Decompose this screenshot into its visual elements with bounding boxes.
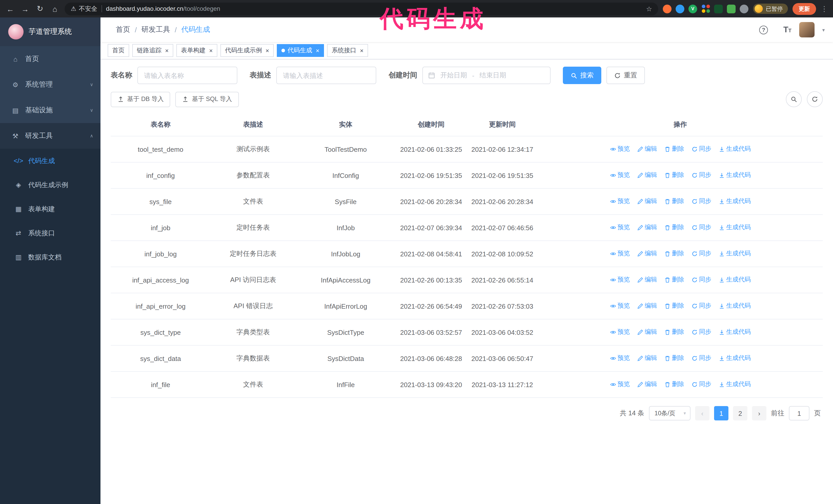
help-icon[interactable]: ? — [759, 25, 768, 34]
row-action-sync[interactable]: 同步 — [691, 197, 711, 206]
row-action-preview[interactable]: 预览 — [610, 223, 630, 232]
tab-tracing[interactable]: 链路追踪× — [132, 44, 173, 57]
prev-page-button[interactable]: ‹ — [695, 406, 710, 421]
toggle-search-button[interactable] — [786, 91, 802, 107]
goto-page-input[interactable] — [789, 406, 809, 421]
extension-icon[interactable] — [701, 4, 710, 13]
row-action-delete[interactable]: 删除 — [664, 197, 684, 206]
security-indicator[interactable]: ⚠ 不安全 — [71, 4, 97, 13]
row-action-delete[interactable]: 删除 — [664, 223, 684, 232]
row-action-sync[interactable]: 同步 — [691, 302, 711, 310]
refresh-button[interactable] — [807, 91, 823, 107]
row-action-edit[interactable]: 编辑 — [637, 328, 657, 337]
browser-menu-icon[interactable]: ⋮ — [821, 5, 828, 13]
sidebar-item-infra[interactable]: ▤基础设施∨ — [0, 97, 100, 123]
row-action-generate[interactable]: 生成代码 — [718, 171, 751, 180]
search-button[interactable]: 搜索 — [563, 67, 601, 84]
row-action-edit[interactable]: 编辑 — [637, 171, 657, 180]
row-action-generate[interactable]: 生成代码 — [718, 249, 751, 258]
row-action-delete[interactable]: 删除 — [664, 145, 684, 153]
update-button[interactable]: 更新 — [792, 3, 816, 15]
row-action-sync[interactable]: 同步 — [691, 380, 711, 389]
row-action-sync[interactable]: 同步 — [691, 354, 711, 363]
back-button[interactable]: ← — [5, 4, 15, 13]
row-action-generate[interactable]: 生成代码 — [718, 223, 751, 232]
import-sql-button[interactable]: 基于 SQL 导入 — [175, 92, 239, 107]
sidebar-item-system-api[interactable]: ⇄系统接口 — [0, 221, 100, 245]
paused-badge[interactable]: 已暂停 — [753, 4, 788, 14]
row-action-preview[interactable]: 预览 — [610, 249, 630, 258]
row-action-generate[interactable]: 生成代码 — [718, 275, 751, 284]
page-size-select[interactable]: 10条/页 ▾ — [649, 406, 690, 421]
row-action-edit[interactable]: 编辑 — [637, 223, 657, 232]
page-2-button[interactable]: 2 — [733, 406, 747, 421]
tab-home[interactable]: 首页 — [108, 44, 129, 57]
sidebar-item-codegen-example[interactable]: ◈代码生成示例 — [0, 173, 100, 197]
address-bar[interactable]: ⚠ 不安全 dashboard.yudao.iocoder.cn /tool/c… — [65, 2, 658, 15]
row-action-sync[interactable]: 同步 — [691, 328, 711, 337]
row-action-sync[interactable]: 同步 — [691, 249, 711, 258]
font-size-icon[interactable]: TT — [783, 26, 791, 34]
row-action-edit[interactable]: 编辑 — [637, 197, 657, 206]
table-desc-input[interactable] — [276, 67, 376, 84]
forward-button[interactable]: → — [20, 4, 30, 13]
row-action-delete[interactable]: 删除 — [664, 171, 684, 180]
row-action-edit[interactable]: 编辑 — [637, 302, 657, 310]
row-action-preview[interactable]: 预览 — [610, 197, 630, 206]
extension-icon[interactable] — [727, 4, 736, 13]
row-action-edit[interactable]: 编辑 — [637, 380, 657, 389]
extension-icon[interactable] — [663, 4, 671, 13]
row-action-preview[interactable]: 预览 — [610, 145, 630, 153]
breadcrumb-item[interactable]: 首页 — [116, 25, 130, 34]
row-action-edit[interactable]: 编辑 — [637, 249, 657, 258]
row-action-preview[interactable]: 预览 — [610, 302, 630, 310]
row-action-preview[interactable]: 预览 — [610, 328, 630, 337]
reset-button[interactable]: 重置 — [606, 67, 645, 84]
sidebar-item-home[interactable]: ⌂首页 — [0, 46, 100, 72]
close-icon[interactable]: × — [265, 47, 269, 54]
row-action-preview[interactable]: 预览 — [610, 171, 630, 180]
bookmark-star-icon[interactable]: ☆ — [646, 5, 652, 13]
close-icon[interactable]: × — [316, 47, 319, 54]
extension-icon[interactable]: V — [688, 4, 697, 13]
tab-codegen[interactable]: 代码生成× — [277, 44, 324, 57]
caret-down-icon[interactable]: ▾ — [822, 27, 825, 32]
extension-icon[interactable] — [714, 4, 723, 13]
row-action-sync[interactable]: 同步 — [691, 171, 711, 180]
breadcrumb-item[interactable]: 研发工具 — [142, 25, 170, 34]
tab-form-builder[interactable]: 表单构建× — [176, 44, 217, 57]
row-action-edit[interactable]: 编辑 — [637, 275, 657, 284]
close-icon[interactable]: × — [360, 47, 363, 54]
reload-button[interactable]: ↻ — [35, 4, 45, 13]
page-1-button[interactable]: 1 — [714, 406, 729, 421]
row-action-sync[interactable]: 同步 — [691, 145, 711, 153]
sidebar-item-system[interactable]: ⚙系统管理∨ — [0, 72, 100, 97]
user-avatar[interactable] — [799, 22, 814, 38]
row-action-sync[interactable]: 同步 — [691, 223, 711, 232]
row-action-delete[interactable]: 删除 — [664, 328, 684, 337]
sidebar-item-db-doc[interactable]: ▥数据库文档 — [0, 245, 100, 269]
sidebar-item-form-builder[interactable]: ▦表单构建 — [0, 197, 100, 221]
row-action-generate[interactable]: 生成代码 — [718, 328, 751, 337]
close-icon[interactable]: × — [165, 47, 169, 54]
table-name-input[interactable] — [137, 67, 237, 84]
row-action-preview[interactable]: 预览 — [610, 354, 630, 363]
row-action-sync[interactable]: 同步 — [691, 275, 711, 284]
row-action-edit[interactable]: 编辑 — [637, 354, 657, 363]
import-db-button[interactable]: 基于 DB 导入 — [111, 92, 170, 107]
close-icon[interactable]: × — [209, 47, 213, 54]
row-action-generate[interactable]: 生成代码 — [718, 302, 751, 310]
sidebar-item-codegen[interactable]: </>代码生成 — [0, 149, 100, 173]
row-action-preview[interactable]: 预览 — [610, 380, 630, 389]
row-action-delete[interactable]: 删除 — [664, 275, 684, 284]
row-action-generate[interactable]: 生成代码 — [718, 354, 751, 363]
date-range-picker[interactable]: 开始日期 - 结束日期 — [422, 67, 551, 84]
tab-system-api[interactable]: 系统接口× — [327, 44, 368, 57]
row-action-generate[interactable]: 生成代码 — [718, 197, 751, 206]
extension-icon[interactable] — [675, 4, 684, 13]
sidebar-item-devtools[interactable]: ⚒研发工具∧ — [0, 123, 100, 149]
tab-codegen-example[interactable]: 代码生成示例× — [220, 44, 274, 57]
row-action-generate[interactable]: 生成代码 — [718, 380, 751, 389]
row-action-delete[interactable]: 删除 — [664, 380, 684, 389]
row-action-delete[interactable]: 删除 — [664, 302, 684, 310]
